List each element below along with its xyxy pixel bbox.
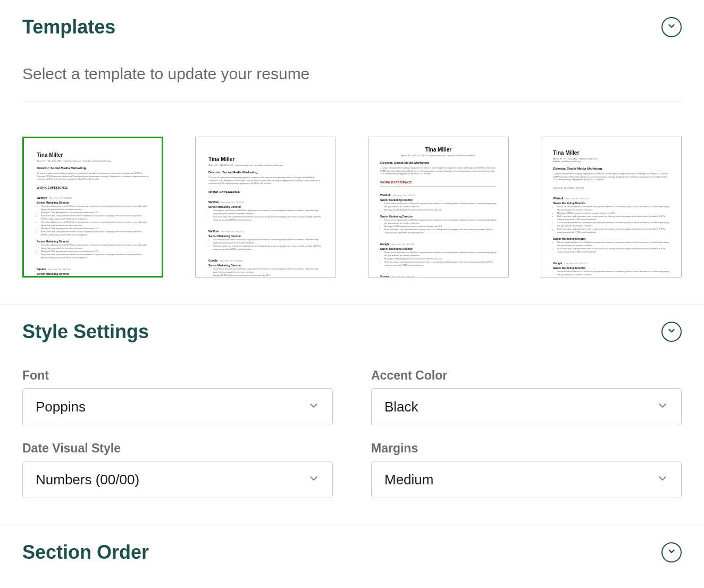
margins-field: Margins Medium (371, 441, 682, 498)
section-order-title: Section Order (22, 541, 149, 564)
chevron-down-icon (308, 472, 320, 488)
preview-contact: Miami, FL • 917-555-1482 • tina@example.… (553, 157, 669, 163)
preview-section-head: WORK EXPERIENCE (380, 181, 497, 184)
accent-color-select[interactable]: Black (371, 388, 682, 425)
date-style-label: Date Visual Style (22, 441, 333, 456)
preview-role: Director, Social Media Marketing (553, 167, 669, 170)
preview-contact: Miami, FL • 917-555-1482 • tina@example.… (37, 159, 149, 162)
accent-color-value: Black (384, 399, 418, 415)
chevron-down-icon (667, 547, 676, 558)
font-label: Font (22, 368, 333, 383)
preview-name: Tina Miller (553, 150, 669, 156)
date-style-select[interactable]: Numbers (00/00) (22, 461, 333, 498)
templates-instruction: Select a template to update your resume (22, 54, 682, 102)
section-order-collapse-button[interactable] (661, 542, 682, 562)
preview-section-head: WORK EXPERIENCE (37, 186, 149, 189)
preview-summary: 12 years of experience leading engagemen… (37, 172, 149, 181)
margins-value: Medium (384, 472, 433, 488)
preview-summary: 12 years of experience leading engagemen… (380, 166, 497, 175)
preview-role: Director, Social Media Marketing (208, 171, 323, 174)
font-select[interactable]: Poppins (22, 388, 333, 425)
chevron-down-icon (308, 399, 320, 415)
preview-summary: 12 years of experience leading engagemen… (208, 176, 323, 185)
accent-color-label: Accent Color (371, 368, 682, 383)
style-settings-collapse-button[interactable] (661, 322, 682, 342)
templates-row: Tina Miller Miami, FL • 917-555-1482 • t… (22, 102, 682, 304)
font-value: Poppins (36, 399, 86, 415)
preview-name: Tina Miller (380, 147, 497, 153)
accent-color-field: Accent Color Black (371, 368, 682, 425)
preview-section-head: WORK EXPERIENCE (208, 190, 323, 194)
preview-name: Tina Miller (37, 152, 149, 158)
font-field: Font Poppins (22, 368, 333, 425)
preview-name: Tina Miller (208, 156, 323, 162)
preview-summary: 12 years of experience leading engagemen… (553, 172, 669, 181)
chevron-down-icon (657, 399, 668, 415)
preview-section-head: WORK EXPERIENCE (553, 187, 669, 190)
chevron-down-icon (667, 326, 676, 338)
date-style-value: Numbers (00/00) (36, 472, 139, 488)
chevron-down-icon (657, 472, 668, 488)
preview-role: Director, Social Media Marketing (37, 166, 149, 170)
chevron-down-icon (667, 21, 676, 33)
template-option-3[interactable]: Tina Miller Miami, FL • 917-555-1482 • t… (368, 137, 509, 278)
style-settings-title: Style Settings (22, 321, 149, 343)
margins-label: Margins (371, 441, 682, 456)
date-style-field: Date Visual Style Numbers (00/00) (22, 441, 333, 498)
templates-title: Templates (22, 16, 115, 38)
template-option-2[interactable]: Tina Miller Miami, FL • 917-555-1482 • t… (195, 137, 336, 278)
preview-role: Director, Social Media Marketing (380, 161, 497, 164)
preview-contact: Miami, FL • 917-555-1482 • tina@example.… (380, 154, 497, 157)
template-option-1[interactable]: Tina Miller Miami, FL • 917-555-1482 • t… (22, 137, 163, 278)
preview-contact: Miami, FL • 917-555-1482 • tina@example.… (208, 164, 323, 166)
templates-collapse-button[interactable] (661, 17, 682, 37)
margins-select[interactable]: Medium (371, 461, 682, 498)
template-option-4[interactable]: Tina Miller Miami, FL • 917-555-1482 • t… (541, 137, 682, 278)
